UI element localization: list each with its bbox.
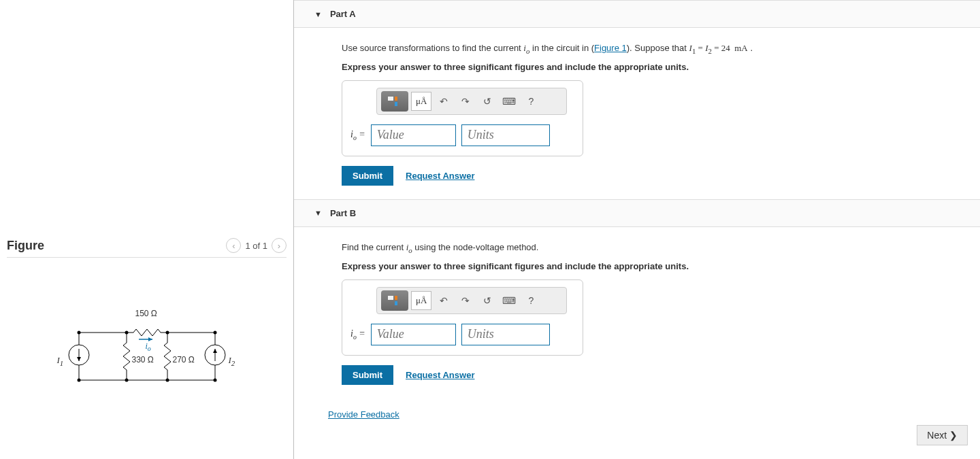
part-a-request-answer-link[interactable]: Request Answer <box>406 171 474 181</box>
svg-rect-33 <box>395 296 397 300</box>
figure-nav: ‹ 1 of 1 › <box>226 238 287 253</box>
part-b-prompt: Find the current io using the node-volta… <box>342 241 953 256</box>
part-a-prompt: Use source transformations to find the c… <box>342 41 953 56</box>
redo-icon[interactable]: ↷ <box>456 92 475 111</box>
svg-rect-31 <box>395 102 397 106</box>
part-b-body: Find the current io using the node-volta… <box>294 227 980 398</box>
label-io: io <box>146 341 151 352</box>
label-i2: I2 <box>229 355 235 367</box>
label-r-270: 270 Ω <box>173 355 195 364</box>
templates-button[interactable] <box>381 91 408 112</box>
part-a-value-input[interactable] <box>371 124 456 146</box>
part-a-answer-box: μÅ ↶ ↷ ↺ ⌨ ? io = <box>342 80 583 156</box>
part-a-instruction: Express your answer to three significant… <box>342 62 953 72</box>
svg-rect-34 <box>395 301 397 305</box>
part-b-submit-button[interactable]: Submit <box>342 365 393 385</box>
templates-button[interactable] <box>381 290 408 311</box>
svg-rect-29 <box>388 97 393 101</box>
svg-marker-18 <box>77 357 81 361</box>
figure-link[interactable]: Figure 1 <box>594 43 627 53</box>
part-b-title: Part B <box>330 208 356 218</box>
part-b-value-input[interactable] <box>371 324 456 345</box>
part-a-submit-button[interactable]: Submit <box>342 166 393 186</box>
part-a-header[interactable]: ▼ Part A <box>294 0 980 28</box>
reset-icon[interactable]: ↺ <box>478 291 497 310</box>
part-a-body: Use source transformations to find the c… <box>294 28 980 199</box>
part-b-answer-box: μÅ ↶ ↷ ↺ ⌨ ? io = <box>342 279 583 356</box>
reset-icon[interactable]: ↺ <box>478 92 497 111</box>
units-picker-button[interactable]: μÅ <box>411 291 431 310</box>
part-b-units-input[interactable] <box>461 324 550 345</box>
circuit-diagram: 150 Ω io 330 Ω 270 Ω I1 I2 <box>59 312 235 396</box>
help-icon[interactable]: ? <box>521 291 540 310</box>
part-b-toolbar: μÅ ↶ ↷ ↺ ⌨ ? <box>376 287 567 314</box>
next-button[interactable]: Next ❯ <box>917 425 968 445</box>
caret-down-icon: ▼ <box>314 209 322 217</box>
figure-counter: 1 of 1 <box>245 241 267 251</box>
caret-down-icon: ▼ <box>314 10 322 18</box>
redo-icon[interactable]: ↷ <box>456 291 475 310</box>
svg-rect-30 <box>395 97 397 101</box>
svg-rect-32 <box>388 296 393 300</box>
part-a-var-label: io = <box>350 129 365 141</box>
units-picker-button[interactable]: μÅ <box>411 92 431 111</box>
provide-feedback-link[interactable]: Provide Feedback <box>328 409 399 420</box>
label-r-330: 330 Ω <box>132 355 154 364</box>
undo-icon[interactable]: ↶ <box>434 92 453 111</box>
part-b-header[interactable]: ▼ Part B <box>294 199 980 227</box>
label-r-top: 150 Ω <box>135 309 157 318</box>
undo-icon[interactable]: ↶ <box>434 291 453 310</box>
keyboard-icon[interactable]: ⌨ <box>500 291 519 310</box>
keyboard-icon[interactable]: ⌨ <box>500 92 519 111</box>
part-a-units-input[interactable] <box>461 124 550 146</box>
figure-next-button[interactable]: › <box>272 238 287 253</box>
part-a-title: Part A <box>330 9 356 19</box>
questions-panel: ▼ Part A Use source transformations to f… <box>294 0 980 459</box>
svg-marker-27 <box>213 349 217 353</box>
part-a-toolbar: μÅ ↶ ↷ ↺ ⌨ ? <box>376 88 567 115</box>
help-icon[interactable]: ? <box>521 92 540 111</box>
figure-panel: Figure ‹ 1 of 1 › <box>0 0 294 459</box>
label-i1: I1 <box>57 355 64 367</box>
part-b-instruction: Express your answer to three significant… <box>342 261 953 271</box>
figure-title: Figure <box>7 239 44 253</box>
part-b-request-answer-link[interactable]: Request Answer <box>406 370 474 380</box>
figure-prev-button[interactable]: ‹ <box>226 238 241 253</box>
part-b-var-label: io = <box>350 328 365 341</box>
